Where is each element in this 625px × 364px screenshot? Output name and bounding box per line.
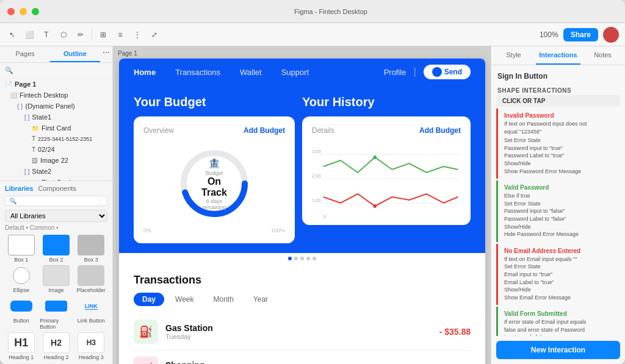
show-hide-detail1: Show Password Error Message: [504, 168, 614, 176]
filter-icon[interactable]: ⋮: [131, 29, 143, 41]
donut-status: On Track: [196, 176, 233, 198]
lib-item-image[interactable]: Image: [40, 265, 72, 293]
canvas-label: Page 1: [118, 50, 137, 57]
history-add-btn[interactable]: Add Budget: [419, 126, 461, 135]
lib-ellipse-preview: [8, 265, 35, 286]
text-icon[interactable]: T: [40, 29, 52, 41]
nav-profile[interactable]: Profile: [384, 68, 406, 77]
tab-outline[interactable]: Outline: [50, 46, 100, 62]
lib-tab-libraries[interactable]: Libraries: [5, 185, 33, 192]
lib-h2-preview: H2: [43, 332, 70, 353]
lib-box1-preview: [8, 235, 35, 255]
zoom-level[interactable]: 100%: [540, 30, 558, 39]
donut-chart: 🏦 Budget On Track 6 days remaining: [178, 147, 251, 220]
cursor-icon[interactable]: ↖: [6, 29, 18, 41]
toolbar-right: 100% Share: [540, 27, 619, 43]
set-error-detail5: Email input to "true": [504, 271, 614, 279]
invalid-password-line1: If text on Password input does not: [504, 120, 614, 128]
lib-item-placeholder[interactable]: Placeholder: [75, 265, 107, 293]
shape-icon[interactable]: ⬡: [57, 29, 70, 41]
transaction-gas: ⛽ Gas Station Tuesday - $35.88: [134, 313, 471, 351]
maximize-button[interactable]: [32, 8, 39, 15]
svg-text:3,00: 3,00: [312, 149, 321, 154]
lib-item-box2[interactable]: Box 2: [40, 235, 72, 263]
lib-item-h3[interactable]: H3 Heading 3: [75, 332, 107, 360]
minimize-button[interactable]: [20, 8, 27, 15]
filter-tabs: Day Week Month Year: [134, 293, 471, 306]
panel-tab-style[interactable]: Style: [491, 46, 536, 65]
budget-card: Overview Add Budget 🏦: [134, 116, 295, 243]
pen-icon[interactable]: ✏: [74, 29, 87, 41]
show-hide-detail2: Hide Password Error Message: [504, 230, 614, 238]
dot-4[interactable]: [306, 257, 310, 260]
lib-item-box1[interactable]: Box 1: [5, 235, 37, 263]
gas-amount: - $35.88: [439, 327, 471, 337]
show-hide-label3: Show/Hide: [504, 286, 614, 294]
dot-1[interactable]: [288, 257, 292, 260]
interaction-valid-form: Valid Form Submitted If error state of E…: [496, 307, 620, 336]
svg-text:2,00: 2,00: [312, 173, 321, 179]
nav-wallet[interactable]: Wallet: [240, 68, 262, 77]
lib-item-button[interactable]: Button: [5, 296, 37, 330]
filter-month[interactable]: Month: [204, 293, 242, 306]
tree-page1[interactable]: 📄Page 1: [0, 79, 112, 90]
tree-date1[interactable]: T02/24: [0, 144, 112, 155]
nav-support[interactable]: Support: [281, 68, 309, 77]
donut-icon: 🏦: [196, 157, 233, 169]
lib-item-ellipse[interactable]: Ellipse: [5, 265, 37, 293]
share-button[interactable]: Share: [563, 28, 598, 41]
budget-card-header: Overview Add Budget: [143, 126, 285, 135]
lib-item-primary[interactable]: Primary Button: [40, 296, 72, 330]
filter-week[interactable]: Week: [167, 293, 202, 306]
tree-card-num1[interactable]: T2225-3441-5152-2351: [0, 134, 112, 144]
outline-options-icon[interactable]: ⋯: [100, 46, 112, 59]
dot-3[interactable]: [300, 257, 304, 260]
toolbar: ↖ ⬜ T ⬡ ✏ ⊞ ≡ ⋮ ⤢ 100% Share: [0, 23, 625, 46]
lib-item-h2[interactable]: H2 Heading 2: [40, 332, 72, 360]
tree-container: 📄Page 1 ⬜Fintech Desktop { }(Dynamic Pan…: [0, 79, 112, 180]
user-avatar[interactable]: [603, 27, 619, 43]
lib-item-link[interactable]: LINK Link Button: [75, 296, 107, 330]
sidebar-tabs: Pages Outline ⋯: [0, 46, 112, 63]
gas-details: Gas Station Tuesday: [165, 323, 432, 340]
tab-pages[interactable]: Pages: [0, 46, 50, 62]
lib-selector[interactable]: All Libraries: [5, 210, 107, 222]
valid-password-title: Valid Password: [504, 184, 614, 191]
tree-img1[interactable]: 🖼Image 22: [0, 155, 112, 166]
align-icon[interactable]: ≡: [114, 29, 126, 41]
donut-center: 🏦 Budget On Track 6 days remaining: [196, 157, 233, 210]
nav-transactions[interactable]: Transactions: [175, 68, 220, 77]
lib-item-h1[interactable]: H1 Heading 1: [5, 332, 37, 360]
interactions-list: Invalid Password If text on Password inp…: [491, 107, 625, 336]
lib-primary-preview: [43, 296, 70, 316]
frame-icon[interactable]: ⬜: [23, 29, 35, 41]
search-input[interactable]: [16, 67, 107, 74]
lib-search: 🔍 ⋮: [5, 196, 107, 206]
send-button[interactable]: Send: [424, 65, 471, 79]
donut-sublabel: Budget: [196, 170, 233, 176]
lib-button-preview: [8, 296, 35, 316]
filter-day[interactable]: Day: [134, 293, 164, 306]
budget-add-btn[interactable]: Add Budget: [244, 126, 285, 135]
dot-2[interactable]: [294, 257, 298, 260]
tree-dynamic[interactable]: { }(Dynamic Panel): [0, 101, 112, 112]
tree-state1[interactable]: [ ]State1: [0, 112, 112, 123]
lib-search-input[interactable]: [16, 198, 97, 204]
dot-5[interactable]: [312, 257, 316, 260]
new-interaction-button[interactable]: New Interaction: [496, 341, 620, 359]
tree-state2[interactable]: [ ]State2: [0, 166, 112, 177]
nav-home[interactable]: Home: [134, 68, 156, 77]
expand-icon[interactable]: ⤢: [148, 29, 161, 41]
panel-tab-interactions[interactable]: Interactions: [536, 46, 580, 65]
lib-item-box3[interactable]: Box 3: [75, 235, 107, 263]
lib-tabs: Libraries Components: [5, 185, 107, 192]
grid-icon[interactable]: ⊞: [97, 29, 109, 41]
interaction-no-email: No Email Address Entered If text on Emai…: [496, 244, 620, 305]
close-button[interactable]: [7, 8, 15, 15]
tree-firstcard1[interactable]: 📁First Card: [0, 123, 112, 134]
lib-tab-components[interactable]: Components: [38, 185, 76, 192]
panel-tab-notes[interactable]: Notes: [580, 46, 625, 65]
filter-year[interactable]: Year: [245, 293, 276, 306]
tree-fintech[interactable]: ⬜Fintech Desktop: [0, 90, 112, 101]
pagination-dots: [119, 253, 485, 264]
